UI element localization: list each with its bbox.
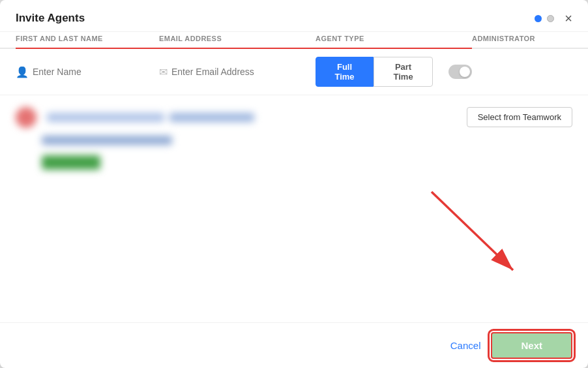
name-input-group: 👤 <box>16 66 159 78</box>
column-headers: FIRST AND LAST NAME EMAIL ADDRESS AGENT … <box>0 35 588 49</box>
arrow-annotation <box>419 185 536 290</box>
next-button[interactable]: Next <box>491 332 572 359</box>
close-button[interactable]: × <box>565 12 572 25</box>
col-header-first-last: FIRST AND LAST NAME <box>16 35 159 48</box>
email-input[interactable] <box>171 67 263 77</box>
step-dot-1 <box>535 15 542 22</box>
header-right: × <box>535 12 572 25</box>
step-dot-2 <box>547 15 554 22</box>
person-icon: 👤 <box>16 66 29 78</box>
modal-title: Invite Agents <box>16 12 85 25</box>
blurred-text-2 <box>169 113 254 122</box>
col-header-admin: ADMINISTRATOR <box>472 35 572 48</box>
col-header-agent-type: AGENT TYPE <box>316 35 472 48</box>
full-time-button[interactable]: Full Time <box>316 57 374 87</box>
blurred-agent-list <box>16 107 289 172</box>
email-input-group: ✉ <box>159 66 316 78</box>
select-teamwork-button[interactable]: Select from Teamwork <box>467 107 572 127</box>
name-input[interactable] <box>33 67 124 77</box>
modal-footer: Cancel Next <box>0 322 588 368</box>
blurred-badge <box>42 155 100 170</box>
email-icon: ✉ <box>159 66 168 78</box>
main-content: Select from Teamwork <box>0 95 588 322</box>
administrator-toggle[interactable] <box>448 65 472 79</box>
cancel-button[interactable]: Cancel <box>450 340 481 351</box>
agent-type-group: Full Time Part Time <box>316 57 472 87</box>
blurred-text-3 <box>42 136 172 145</box>
part-time-button[interactable]: Part Time <box>374 57 433 87</box>
invite-agents-modal: Invite Agents × FIRST AND LAST NAME EMAI… <box>0 0 588 368</box>
col-header-email: EMAIL ADDRESS <box>159 35 316 48</box>
modal-header: Invite Agents × <box>0 0 588 32</box>
blurred-text-1 <box>47 113 164 122</box>
svg-line-1 <box>432 192 513 270</box>
input-row: 👤 ✉ Full Time Part Time <box>0 49 588 95</box>
blurred-avatar <box>16 107 37 128</box>
